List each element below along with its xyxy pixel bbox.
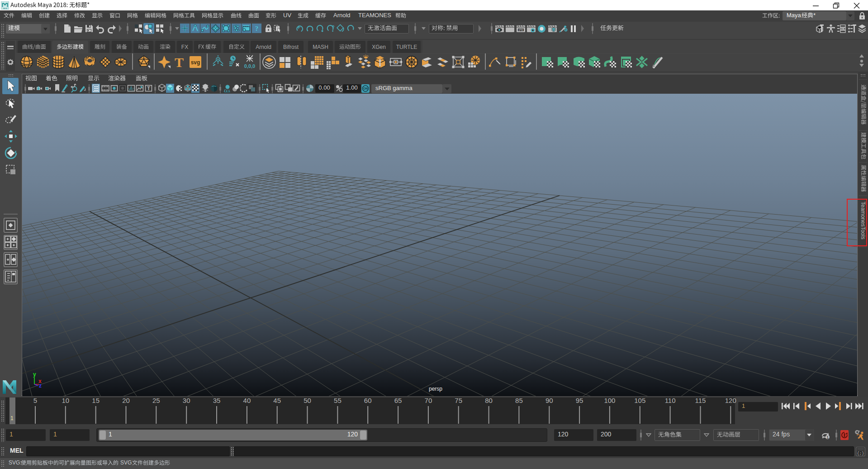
svg-text:ON: ON [363, 87, 368, 90]
svg-text:{;}: {;} [857, 451, 864, 456]
svg-text:IPR: IPR [518, 29, 523, 32]
svg-text:1: 1 [826, 435, 829, 440]
svg-text:MAYA: MAYA [3, 8, 7, 10]
svg-text:?: ? [255, 25, 259, 32]
svg-text:T: T [147, 86, 150, 91]
svg-text:0,0,0: 0,0,0 [244, 63, 255, 69]
svg-text:z: z [39, 383, 42, 388]
svg-text:y: y [33, 371, 36, 378]
svg-text:T: T [175, 55, 184, 69]
svg-text:svg: svg [191, 59, 200, 66]
